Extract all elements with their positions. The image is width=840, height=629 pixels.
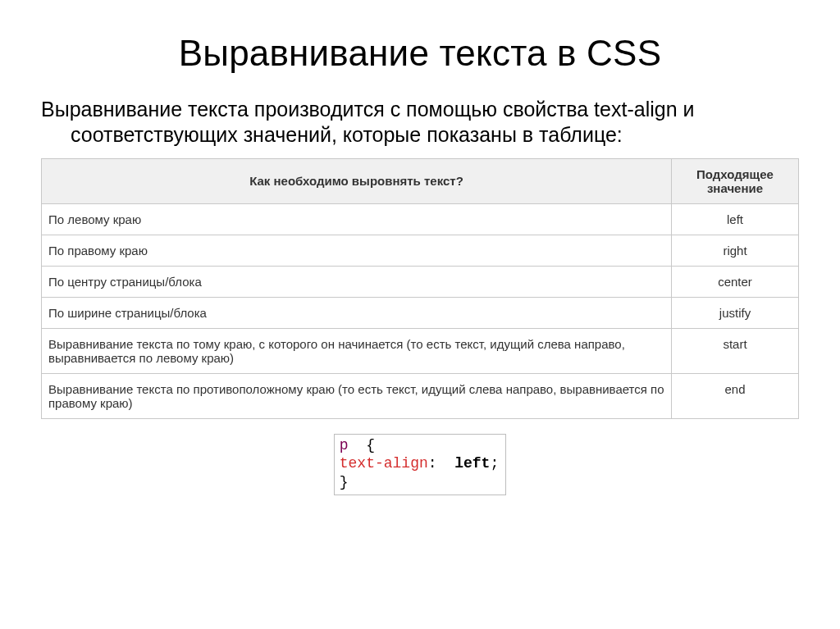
table-cell-desc: По ширине страницы/блока xyxy=(42,297,672,328)
table-cell-value: end xyxy=(672,373,799,418)
table-row: По ширине страницы/блока justify xyxy=(42,297,799,328)
slide-title: Выравнивание текста в CSS xyxy=(41,33,799,74)
table-row: По левому краю left xyxy=(42,203,799,235)
table-cell-value: center xyxy=(672,266,799,297)
table-row: Выравнивание текста по тому краю, с кото… xyxy=(42,328,799,373)
table-cell-desc: Выравнивание текста по противоположному … xyxy=(42,373,672,418)
table-header-row: Как необходимо выровнять текст? Подходящ… xyxy=(42,158,799,203)
table-cell-value: start xyxy=(672,328,799,373)
code-value: left xyxy=(454,455,490,472)
table-cell-value: right xyxy=(672,235,799,266)
table-cell-desc: Выравнивание текста по тому краю, с кото… xyxy=(42,328,672,373)
table-row: Выравнивание текста по противоположному … xyxy=(42,373,799,418)
table-cell-desc: По правому краю xyxy=(42,235,672,266)
text-align-table: Как необходимо выровнять текст? Подходящ… xyxy=(41,158,799,419)
table-row: По правому краю right xyxy=(42,235,799,266)
code-semicolon: ; xyxy=(490,455,499,472)
code-brace-close: } xyxy=(340,474,349,490)
code-property: text-align xyxy=(340,455,428,472)
code-example-wrap: p { text-align: left; } xyxy=(41,434,799,496)
code-colon: : xyxy=(428,455,437,472)
table-header-desc: Как необходимо выровнять текст? xyxy=(42,158,672,203)
code-example: p { text-align: left; } xyxy=(334,434,507,496)
slide-body-text: Выравнивание текста производится с помощ… xyxy=(41,97,799,148)
table-cell-desc: По левому краю xyxy=(42,203,672,235)
table-cell-value: left xyxy=(672,203,799,235)
slide: Выравнивание текста в CSS Выравнивание т… xyxy=(0,0,840,629)
table-cell-value: justify xyxy=(672,297,799,328)
table-row: По центру страницы/блока center xyxy=(42,266,799,297)
table-header-value: Подходящее значение xyxy=(672,158,799,203)
code-brace-open: { xyxy=(366,437,375,454)
code-selector: p xyxy=(340,437,349,454)
table-cell-desc: По центру страницы/блока xyxy=(42,266,672,297)
